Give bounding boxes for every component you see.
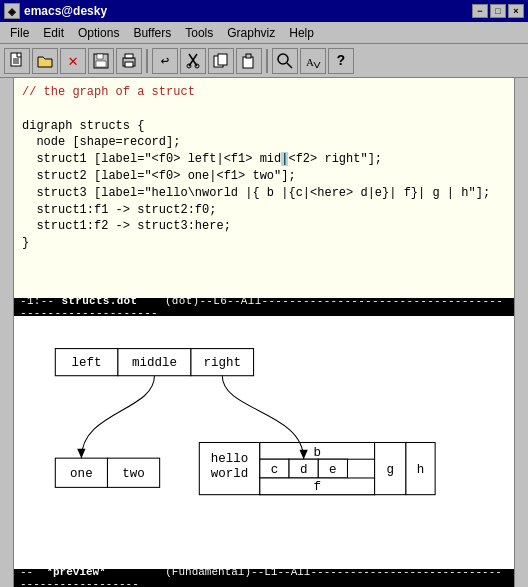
arrow-f1-f0 <box>77 376 154 458</box>
svg-point-18 <box>278 54 288 64</box>
toolbar-cut-icon[interactable] <box>180 48 206 74</box>
toolbar-undo-icon[interactable]: ↩ <box>152 48 178 74</box>
struct2-one: one <box>70 467 93 481</box>
struct3-c: c <box>271 463 279 477</box>
code-line-2: node [shape=record]; <box>22 134 506 151</box>
svg-rect-17 <box>246 54 251 58</box>
svg-rect-5 <box>97 54 103 59</box>
code-line-4: struct2 [label="<f0> one|<f1> two"]; <box>22 168 506 185</box>
struct2-node: one two <box>55 458 159 487</box>
code-line-3: struct1 [label="<f0> left|<f1> mid|<f2> … <box>22 151 506 168</box>
struct3-e: e <box>329 463 337 477</box>
toolbar-copy-icon[interactable] <box>208 48 234 74</box>
code-line-5: struct3 [label="hello\nworld |{ b |{c|<h… <box>22 185 506 202</box>
toolbar-close-icon[interactable]: ✕ <box>60 48 86 74</box>
struct1-right: right <box>203 356 241 370</box>
struct3-world: world <box>211 467 249 481</box>
close-button[interactable]: × <box>508 4 524 18</box>
mode-line-bottom: -- *preview* (Fundamental)--L1--All-----… <box>14 569 514 587</box>
editor-area: // the graph of a struct digraph structs… <box>14 78 514 587</box>
toolbar: ✕ ↩ <box>0 44 528 78</box>
menu-edit[interactable]: Edit <box>37 24 70 42</box>
struct3-b: b <box>313 446 321 460</box>
toolbar-spellcheck-icon[interactable]: A <box>300 48 326 74</box>
code-pane[interactable]: // the graph of a struct digraph structs… <box>14 78 514 298</box>
app-icon: ◈ <box>4 3 20 19</box>
svg-marker-35 <box>77 449 85 458</box>
code-line-7: struct1:f2 -> struct3:here; <box>22 218 506 235</box>
right-gutter <box>514 78 528 587</box>
left-gutter <box>0 78 14 587</box>
code-line-8: } <box>22 235 506 252</box>
code-comment: // the graph of a struct <box>22 84 506 101</box>
svg-rect-6 <box>96 61 106 67</box>
mode-line-top: -1:-- structs.dot (dot)--L6--All--------… <box>14 298 514 316</box>
code-line-1: digraph structs { <box>22 118 506 135</box>
maximize-button[interactable]: □ <box>490 4 506 18</box>
toolbar-open-icon[interactable] <box>32 48 58 74</box>
toolbar-sep1 <box>146 49 148 73</box>
minimize-button[interactable]: − <box>472 4 488 18</box>
svg-rect-16 <box>243 57 253 68</box>
toolbar-paste-icon[interactable] <box>236 48 262 74</box>
struct3-d: d <box>300 463 308 477</box>
struct1-middle: middle <box>132 356 177 370</box>
menu-graphviz[interactable]: Graphviz <box>221 24 281 42</box>
title-bar-left: ◈ emacs@desky <box>4 3 107 19</box>
mode-line-bottom-text: -- *preview* (Fundamental)--L1--All-----… <box>20 566 508 587</box>
graphviz-diagram: left middle right one two <box>24 326 504 559</box>
title-buttons: − □ × <box>472 4 524 18</box>
code-line-6: struct1:f1 -> struct2:f0; <box>22 202 506 219</box>
svg-text:A: A <box>306 56 314 68</box>
struct3-g: g <box>387 463 395 477</box>
menu-options[interactable]: Options <box>72 24 125 42</box>
svg-rect-15 <box>218 54 227 65</box>
struct1-node: left middle right <box>55 349 253 376</box>
svg-line-19 <box>287 63 292 68</box>
menu-file[interactable]: File <box>4 24 35 42</box>
struct1-left: left <box>72 356 102 370</box>
struct2-two: two <box>122 467 145 481</box>
struct3-h: h <box>417 463 425 477</box>
title-bar: ◈ emacs@desky − □ × <box>0 0 528 22</box>
menu-bar: File Edit Options Buffers Tools Graphviz… <box>0 22 528 44</box>
struct3-hello: hello <box>211 452 249 466</box>
toolbar-save-icon[interactable] <box>88 48 114 74</box>
toolbar-print-icon[interactable] <box>116 48 142 74</box>
svg-rect-9 <box>125 62 133 67</box>
main-area: // the graph of a struct digraph structs… <box>0 78 528 587</box>
window-title: emacs@desky <box>24 4 107 18</box>
toolbar-new-icon[interactable] <box>4 48 30 74</box>
menu-help[interactable]: Help <box>283 24 320 42</box>
toolbar-info-icon[interactable]: ? <box>328 48 354 74</box>
struct3-node: hello world b c d e f <box>199 443 435 495</box>
struct3-f: f <box>313 481 321 495</box>
menu-tools[interactable]: Tools <box>179 24 219 42</box>
svg-rect-8 <box>125 54 133 58</box>
preview-pane: left middle right one two <box>14 316 514 569</box>
menu-buffers[interactable]: Buffers <box>127 24 177 42</box>
toolbar-search-icon[interactable] <box>272 48 298 74</box>
toolbar-sep2 <box>266 49 268 73</box>
